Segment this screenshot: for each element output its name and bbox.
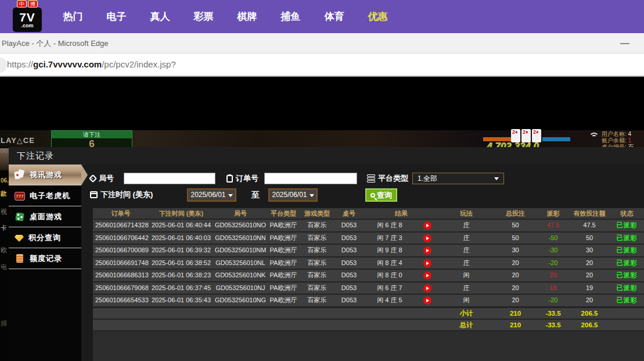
total-bet-cell: 20 <box>494 258 537 269</box>
platform-type-select[interactable]: 1.全部 <box>412 173 504 184</box>
sidebar-item[interactable]: 额度记录 <box>9 248 81 269</box>
sidebar-item[interactable]: 桌面游戏 <box>9 206 81 227</box>
platform-cell: PA欧洲厅 <box>267 283 300 294</box>
panel-title: 下注记录 <box>9 147 644 165</box>
total-bet-cell: 30 <box>494 245 537 256</box>
game-type-cell: 百家乐 <box>300 245 334 256</box>
bet-time-cell: 2025-06-01 06:38:52 <box>149 258 214 269</box>
table-number-cell: D053 <box>334 233 364 244</box>
nav-item[interactable]: 热门 <box>51 0 95 33</box>
subtotal-row: 小计 210 -33.5 206.5 <box>93 306 644 319</box>
table-row: 250601066714328 2025-06-01 06:40:44 GD05… <box>93 219 644 231</box>
order-number-cell: 250601066679068 <box>93 283 149 294</box>
game-type-cell: 百家乐 <box>300 270 334 281</box>
total-label: 总计 <box>439 320 494 331</box>
payout-cell: -20 <box>537 258 569 269</box>
total-bet-cell: 50 <box>494 233 537 244</box>
table-header-row: 订单号 下注时间 (美东) 局号 平台类型 游戏类型 桌号 结果 玩法 总投注 … <box>93 208 644 219</box>
player-bar <box>542 137 570 141</box>
nav-item[interactable]: 电子 <box>95 0 138 33</box>
game-type-cell: 百家乐 <box>300 233 334 244</box>
nav-item[interactable]: 真人 <box>138 0 182 33</box>
background-fragment: 款 <box>1 190 9 198</box>
game-type-cell: 百家乐 <box>300 220 334 231</box>
bet-time-label: 下注时间 (美东) <box>90 190 153 200</box>
payout-cell: -20 <box>537 295 569 306</box>
replay-play-button[interactable] <box>423 296 431 305</box>
replay-play-button[interactable] <box>423 234 431 242</box>
status-badge: 已派彩 <box>610 245 644 256</box>
logo-text: 7V <box>19 12 35 23</box>
background-fragment: 卡 <box>1 224 9 233</box>
round-number-input[interactable] <box>124 173 215 184</box>
sidebar-item[interactable]: ♥ 视讯游戏 <box>9 165 81 185</box>
playace-logo: LAY△CE <box>1 136 35 145</box>
bet-time-cell: 2025-06-01 06:40:44 <box>149 220 214 231</box>
sidebar-item[interactable]: 积分查询 <box>9 227 81 248</box>
window-title: PlayAce - 个人 - Microsoft Edge <box>2 38 109 49</box>
nav-item[interactable]: 捕鱼 <box>269 0 312 33</box>
date-to-select[interactable]: 2025/06/01 <box>268 188 318 202</box>
background-fragment: 视 <box>1 208 9 216</box>
nav-item[interactable]: 彩票 <box>182 0 225 33</box>
table-row: 250601066654533 2025-06-01 06:35:43 GD05… <box>93 294 644 306</box>
game-type-cell: 百家乐 <box>300 283 334 294</box>
platform-cell: PA欧洲厅 <box>267 270 300 281</box>
chevron-down-icon <box>494 177 499 180</box>
platform-cell: PA欧洲厅 <box>267 233 300 244</box>
url-text: https://gci.7vvvvvv.com/pc/pcv2/index.js… <box>7 59 176 69</box>
round-number-cell: GD053256010NK <box>214 270 267 281</box>
sidebar-item[interactable]: 电子老虎机 <box>9 185 81 206</box>
total-bet-cell: 20 <box>494 283 537 294</box>
logo-badge-1: 中 <box>17 0 27 8</box>
replay-cell <box>416 270 439 281</box>
platform-cell: PA欧洲厅 <box>267 258 300 269</box>
table-number-cell: D053 <box>334 258 364 269</box>
nav-item[interactable]: 体育 <box>312 0 356 33</box>
order-number-cell: 250601066691748 <box>93 258 149 269</box>
replay-play-button[interactable] <box>423 259 431 267</box>
site-info-icon[interactable] <box>0 57 7 73</box>
valid-bet-cell: 50 <box>569 233 610 244</box>
replay-play-button[interactable] <box>423 284 431 292</box>
order-number-input[interactable] <box>264 173 357 184</box>
replay-cell <box>416 283 439 294</box>
clipboard-icon <box>226 175 233 183</box>
table-number-cell: D053 <box>334 295 364 306</box>
result-cell: 闲 9 庄 8 <box>364 245 416 256</box>
result-cell: 闲 7 庄 3 <box>364 233 416 244</box>
slot-icon <box>15 192 25 201</box>
replay-play-button[interactable] <box>423 271 431 280</box>
records-sidebar: ♥ 视讯游戏 电子老虎机 桌面游戏 积分 <box>9 165 81 361</box>
valid-bet-cell: 20 <box>569 270 610 281</box>
platform-type-label: 平台类型 <box>367 173 408 184</box>
valid-bet-cell: 20 <box>569 295 610 306</box>
minimize-icon[interactable] <box>620 43 629 44</box>
round-number-cell: GD053256010NJ <box>214 283 267 294</box>
status-badge: 已派彩 <box>610 220 644 231</box>
address-bar[interactable]: https://gci.7vvvvvv.com/pc/pcv2/index.js… <box>0 53 644 77</box>
order-number-cell: 250601066714328 <box>93 220 149 231</box>
replay-play-button[interactable] <box>423 221 431 230</box>
replay-cell <box>416 245 439 256</box>
nav-item[interactable]: 棋牌 <box>225 0 269 33</box>
table-row: 250601066706442 2025-06-01 06:40:03 GD05… <box>93 231 644 244</box>
result-cell: 闲 8 庄 4 <box>364 258 416 269</box>
status-badge: 已派彩 <box>610 295 644 306</box>
site-logo[interactable]: 中 博 7V .com <box>13 0 42 33</box>
bet-time-cell: 2025-06-01 06:38:23 <box>149 270 214 281</box>
background-fragment: 电 <box>1 263 9 271</box>
payout-cell: 19 <box>537 283 569 294</box>
platform-cell: PA欧洲厅 <box>267 295 300 306</box>
betting-records-panel: 下注记录 ♥ 视讯游戏 电子老虎机 桌面游戏 <box>9 147 644 361</box>
status-badge: 已派彩 <box>610 283 644 294</box>
platform-cell: PA欧洲厅 <box>267 245 300 256</box>
nav-item[interactable]: 优惠 <box>356 0 400 33</box>
valid-bet-cell: 20 <box>569 258 610 269</box>
replay-cell <box>416 220 439 231</box>
query-button[interactable]: 查询 <box>365 188 397 202</box>
date-from-select[interactable]: 2025/06/01 <box>187 188 236 202</box>
replay-play-button[interactable] <box>423 246 431 255</box>
chevron-down-icon <box>310 194 314 197</box>
play-type-cell: 庄 <box>439 258 494 269</box>
